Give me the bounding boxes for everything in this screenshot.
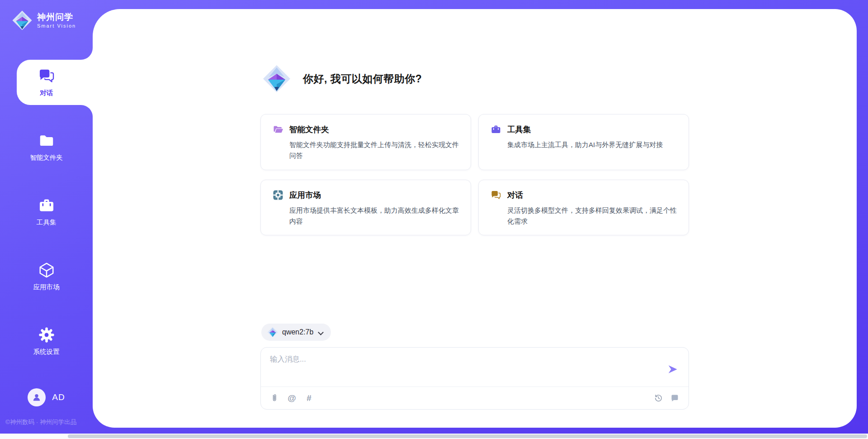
- sidebar: 神州问学 Smart Vision 对话 智能文件夹: [0, 0, 93, 434]
- welcome-header: 你好, 我可以如何帮助你?: [262, 64, 689, 93]
- tab-curve-top: [81, 36, 93, 60]
- message-input[interactable]: [270, 354, 665, 382]
- card-description: 应用市场提供丰富长文本模板，助力高效生成多样化文章内容: [289, 205, 459, 227]
- card-title: 对话: [507, 190, 523, 200]
- composer-toolbar: @ #: [261, 387, 689, 409]
- brand-logo-icon: [12, 10, 33, 31]
- person-icon: [31, 392, 42, 403]
- horizontal-scrollbar-track: [0, 434, 868, 439]
- main-panel: 你好, 我可以如何帮助你? 智能文件夹 智能文件夹功能支持批量文件上传与清洗，轻…: [93, 9, 857, 428]
- gear-icon: [38, 326, 55, 344]
- send-button[interactable]: [665, 362, 680, 377]
- at-icon: @: [288, 393, 296, 403]
- greeting-title: 你好, 我可以如何帮助你?: [303, 72, 422, 86]
- sidebar-item-label: 智能文件夹: [30, 153, 63, 162]
- feature-cards: 智能文件夹 智能文件夹功能支持批量文件上传与清洗，轻松实现文件问答 工具集 集成…: [260, 114, 689, 235]
- card-title: 工具集: [507, 124, 531, 135]
- brand-title: 神州问学: [37, 12, 76, 22]
- card-header: 工具集: [491, 124, 677, 135]
- history-icon: [654, 393, 663, 403]
- mention-button[interactable]: @: [287, 393, 297, 403]
- user-account[interactable]: AD: [0, 388, 93, 406]
- toolbox-icon: [38, 197, 55, 214]
- welcome-logo-icon: [262, 64, 291, 93]
- send-icon: [667, 363, 679, 375]
- card-header: 对话: [491, 190, 677, 200]
- card-header: 智能文件夹: [273, 124, 459, 135]
- toolbox-icon: [491, 124, 501, 135]
- attach-button[interactable]: [270, 393, 279, 403]
- brand: 神州问学 Smart Vision: [0, 0, 93, 31]
- card-description: 智能文件夹功能支持批量文件上传与清洗，轻松实现文件问答: [289, 139, 459, 162]
- card-description: 灵活切换多模型文件，支持多样回复效果调试，满足个性化需求: [507, 205, 677, 227]
- card-description: 集成市场上主流工具，助力AI与外界无缝扩展与对接: [507, 139, 677, 150]
- sidebar-item-toolset[interactable]: 工具集: [0, 189, 93, 234]
- sidebar-item-smart-folder[interactable]: 智能文件夹: [0, 124, 93, 170]
- flex-spacer: [260, 235, 689, 324]
- model-name: qwen2:7b: [282, 328, 313, 336]
- composer-input-row: [261, 348, 689, 387]
- comment-icon: [670, 393, 679, 403]
- toolbar-right-group: [654, 393, 679, 403]
- conversation-button[interactable]: [670, 393, 679, 403]
- sidebar-item-settings[interactable]: 系统设置: [0, 319, 93, 364]
- card-title: 智能文件夹: [289, 124, 329, 135]
- sidebar-item-label: 系统设置: [33, 348, 60, 356]
- sidebar-item-chat[interactable]: 对话: [0, 60, 93, 105]
- topic-button[interactable]: #: [304, 393, 314, 403]
- card-header: 应用市场: [273, 190, 459, 200]
- sidebar-item-label: 对话: [40, 89, 53, 97]
- card-title: 应用市场: [289, 190, 321, 200]
- content-column: 你好, 我可以如何帮助你? 智能文件夹 智能文件夹功能支持批量文件上传与清洗，轻…: [260, 9, 689, 428]
- sidebar-item-label: 工具集: [37, 218, 57, 227]
- card-app-market[interactable]: 应用市场 应用市场提供丰富长文本模板，助力高效生成多样化文章内容: [260, 180, 471, 236]
- chevron-down-icon: [318, 329, 324, 335]
- sidebar-item-label: 应用市场: [33, 283, 60, 291]
- cube-icon: [38, 262, 55, 279]
- horizontal-scrollbar-thumb[interactable]: [68, 434, 867, 438]
- history-button[interactable]: [654, 393, 663, 403]
- brand-text: 神州问学 Smart Vision: [37, 12, 76, 29]
- copyright-text: ©神州数码 · 神州问学出品: [0, 418, 93, 434]
- sidebar-item-app-market[interactable]: 应用市场: [0, 254, 93, 299]
- sidebar-nav: 对话 智能文件夹 工具集 应用市场: [0, 60, 93, 383]
- chat-bubbles-icon: [491, 190, 501, 200]
- chat-bubbles-icon: [38, 67, 55, 85]
- grid-icon: [273, 190, 283, 200]
- model-logo-icon: [267, 327, 278, 338]
- folder-open-icon: [273, 124, 283, 135]
- model-selector[interactable]: qwen2:7b: [261, 324, 331, 341]
- hash-icon: #: [307, 393, 311, 403]
- card-chat[interactable]: 对话 灵活切换多模型文件，支持多样回复效果调试，满足个性化需求: [478, 180, 689, 236]
- paperclip-icon: [270, 393, 279, 403]
- brand-subtitle: Smart Vision: [37, 23, 76, 29]
- folder-icon: [38, 132, 55, 149]
- message-composer: @ #: [260, 347, 689, 410]
- avatar: [28, 388, 46, 406]
- user-initials: AD: [52, 392, 65, 402]
- card-toolset[interactable]: 工具集 集成市场上主流工具，助力AI与外界无缝扩展与对接: [478, 114, 689, 170]
- card-smart-folder[interactable]: 智能文件夹 智能文件夹功能支持批量文件上传与清洗，轻松实现文件问答: [260, 114, 471, 170]
- sidebar-spacer: [0, 383, 93, 388]
